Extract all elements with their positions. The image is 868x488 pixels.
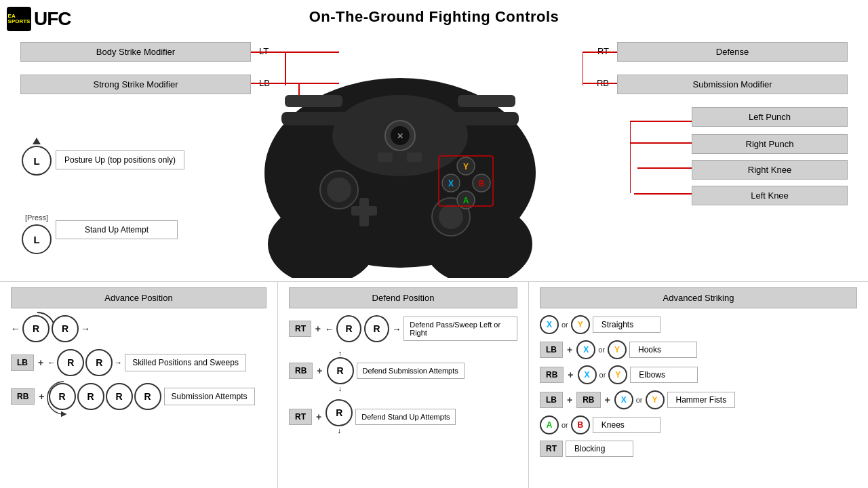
press-label: [Press] <box>25 214 48 222</box>
straights-desc: Straights <box>593 317 660 333</box>
strike-row-elbows: RB + X or Y Elbows <box>540 365 857 384</box>
r-circle-8: R <box>134 383 161 410</box>
y-btn-hooks: Y <box>608 340 627 359</box>
x-line <box>637 167 692 169</box>
advance-row-2: LB + ← R R → Skilled Positions and Sweep… <box>11 349 267 376</box>
y-btn-hammer: Y <box>646 390 665 409</box>
plus-2: + <box>37 391 45 402</box>
posture-up-box: Posture Up (top positions only) <box>56 150 184 169</box>
r-circle-2: R <box>52 315 79 342</box>
rt-btn-defend-2: RT <box>289 409 312 425</box>
bottom-sections: Advance Position ← R R → LB + ← R R <box>0 281 868 488</box>
controller-image: ✕ Y X B A <box>210 37 590 288</box>
svg-rect-9 <box>285 95 342 107</box>
defend-submission-desc: Defend Submission Attempts <box>357 363 465 379</box>
svg-rect-16 <box>351 206 377 216</box>
advanced-striking-section: Advanced Striking X or Y Straights LB + … <box>529 282 868 488</box>
strike-row-hooks: LB + X or Y Hooks <box>540 340 857 359</box>
elbows-desc: Elbows <box>630 367 698 383</box>
rt-btn-defend-1: RT <box>289 321 311 337</box>
rt-btn-blocking: RT <box>540 441 563 457</box>
x-btn-hammer: X <box>614 390 633 409</box>
y-btn-straights: Y <box>571 315 590 334</box>
left-stick-standup: [Press] L <box>22 214 52 254</box>
defend-row-2: RB + ↑ R ↓ Defend Submission Attempts <box>289 349 517 392</box>
b-line <box>631 142 692 144</box>
svg-text:B: B <box>479 179 485 188</box>
r-circle-7: R <box>106 383 133 410</box>
rb-btn-advance: RB <box>11 388 35 405</box>
blocking-desc: Blocking <box>566 441 633 457</box>
advance-position-section: Advance Position ← R R → LB + ← R R <box>0 282 278 488</box>
advance-row-3: RB + R R R R Submission Attempts <box>11 383 267 410</box>
r-circle-6: R <box>77 383 104 410</box>
plus-1: + <box>37 357 45 368</box>
svg-rect-26 <box>407 152 422 162</box>
rb-btn-defend: RB <box>289 363 313 379</box>
x-btn-straights: X <box>540 315 559 334</box>
skilled-positions-desc: Skilled Positions and Sweeps <box>125 354 246 371</box>
lb-btn-hooks: LB <box>540 342 563 358</box>
hammer-desc: Hammer Fists <box>667 392 736 408</box>
x-btn-hooks: X <box>576 340 595 359</box>
a-line <box>634 193 692 195</box>
defend-pass-desc: Defend Pass/Sweep Left or Right <box>403 317 517 341</box>
lb-btn-advance: LB <box>11 354 34 371</box>
r-circle-3: R <box>57 349 84 376</box>
submission-attempts-desc: Submission Attempts <box>164 388 255 405</box>
strike-row-straights: X or Y Straights <box>540 315 857 334</box>
a-btn-knees: A <box>540 415 559 434</box>
y-line <box>631 121 692 122</box>
rb-btn-hammer: RB <box>576 392 600 408</box>
svg-point-12 <box>327 178 351 202</box>
hooks-desc: Hooks <box>629 342 697 358</box>
r-defend-4: R <box>326 399 353 426</box>
advanced-striking-header: Advanced Striking <box>540 287 857 308</box>
svg-point-14 <box>439 205 463 229</box>
stand-up-box: Stand Up Attempt <box>56 220 178 239</box>
svg-text:X: X <box>448 179 454 188</box>
svg-rect-25 <box>378 152 393 162</box>
defend-position-section: Defend Position RT + ← R R → Defend Pass… <box>278 282 529 488</box>
knees-desc: Knees <box>593 417 660 433</box>
r-defend-2: R <box>364 315 389 342</box>
b-btn-knees: B <box>571 415 590 434</box>
lb-btn-hammer: LB <box>540 392 563 408</box>
ea-logo: EASPORTS <box>7 7 31 31</box>
left-stick-posture: L <box>22 146 52 176</box>
r-circle-1: R <box>22 315 50 342</box>
svg-rect-8 <box>451 112 519 125</box>
defend-section-header: Defend Position <box>289 287 517 308</box>
logo-area: EASPORTS UFC <box>7 7 71 31</box>
defend-row-3: RT + R ↓ Defend Stand Up Attempts <box>289 399 517 434</box>
left-stick-circle-posture: L <box>22 146 52 176</box>
svg-text:A: A <box>463 196 469 205</box>
advance-row-1: ← R R → <box>11 315 267 342</box>
defend-row-1: RT + ← R R → Defend Pass/Sweep Left or R… <box>289 315 517 342</box>
face-vert-line <box>630 121 631 193</box>
x-btn-elbows: X <box>578 365 597 384</box>
ufc-logo: UFC <box>34 8 71 30</box>
rb-btn-elbows: RB <box>540 367 564 383</box>
advance-section-header: Advance Position <box>11 287 267 308</box>
r-circle-5: R <box>49 383 76 410</box>
up-arrow-icon <box>33 138 41 144</box>
defend-standup-desc: Defend Stand Up Attempts <box>355 409 456 425</box>
controller-svg: ✕ Y X B A <box>234 47 566 278</box>
svg-text:Y: Y <box>463 162 469 171</box>
r-defend-1: R <box>336 315 361 342</box>
svg-text:✕: ✕ <box>397 131 403 141</box>
svg-rect-10 <box>458 95 515 107</box>
r-defend-3: R <box>327 357 354 384</box>
page-title: On-The-Ground Fighting Controls <box>0 0 868 31</box>
or-1: or <box>561 321 568 329</box>
strike-row-hammer: LB + RB + X or Y Hammer Fists <box>540 390 857 409</box>
y-btn-elbows: Y <box>608 365 627 384</box>
strike-row-knees: A or B Knees <box>540 415 857 434</box>
left-stick-circle-standup: L <box>22 224 52 254</box>
strike-row-blocking: RT Blocking <box>540 441 857 457</box>
svg-rect-7 <box>281 112 349 125</box>
r-circle-4: R <box>85 349 113 376</box>
